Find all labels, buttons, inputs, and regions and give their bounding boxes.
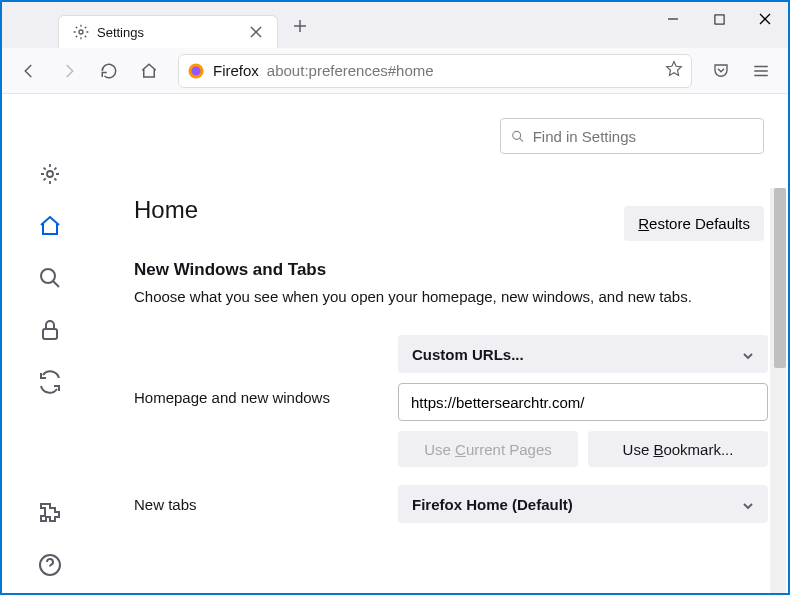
newtabs-label: New tabs bbox=[134, 496, 398, 513]
maximize-button[interactable] bbox=[696, 2, 742, 36]
svg-point-5 bbox=[41, 269, 55, 283]
settings-sidebar bbox=[2, 94, 98, 595]
settings-search[interactable] bbox=[500, 118, 764, 154]
close-window-button[interactable] bbox=[742, 2, 788, 36]
homepage-dropdown-value: Custom URLs... bbox=[412, 346, 524, 363]
app-menu-button[interactable] bbox=[744, 54, 778, 88]
svg-rect-6 bbox=[43, 329, 57, 339]
forward-button[interactable] bbox=[52, 54, 86, 88]
sidebar-search-icon[interactable] bbox=[38, 266, 62, 290]
svg-point-4 bbox=[47, 171, 53, 177]
chevron-down-icon bbox=[742, 348, 754, 360]
browser-tab[interactable]: Settings bbox=[58, 15, 278, 48]
svg-point-3 bbox=[192, 66, 201, 75]
svg-point-0 bbox=[79, 30, 83, 34]
sidebar-sync-icon[interactable] bbox=[38, 370, 62, 394]
settings-main: Home Restore Defaults New Windows and Ta… bbox=[98, 94, 788, 595]
window-controls bbox=[650, 2, 788, 36]
sidebar-general-icon[interactable] bbox=[38, 162, 62, 186]
section-description: Choose what you see when you open your h… bbox=[134, 288, 770, 305]
settings-search-input[interactable] bbox=[533, 128, 753, 145]
scrollbar-thumb[interactable] bbox=[774, 188, 786, 368]
sidebar-home-icon[interactable] bbox=[38, 214, 62, 238]
home-button[interactable] bbox=[132, 54, 166, 88]
sidebar-help-icon[interactable] bbox=[38, 553, 62, 577]
firefox-icon bbox=[187, 62, 205, 80]
use-bookmark-button[interactable]: Use Bookmark... bbox=[588, 431, 768, 467]
new-tab-button[interactable] bbox=[286, 12, 314, 40]
tab-title: Settings bbox=[97, 25, 241, 40]
sidebar-extensions-icon[interactable] bbox=[38, 501, 62, 525]
homepage-mode-dropdown[interactable]: Custom URLs... bbox=[398, 335, 768, 373]
newtabs-dropdown[interactable]: Firefox Home (Default) bbox=[398, 485, 768, 523]
sidebar-privacy-icon[interactable] bbox=[38, 318, 62, 342]
urlbar-product: Firefox bbox=[213, 62, 259, 79]
chevron-down-icon bbox=[742, 498, 754, 510]
svg-point-8 bbox=[513, 131, 521, 139]
toolbar: Firefox about:preferences#home bbox=[2, 48, 788, 94]
restore-defaults-button[interactable]: Restore Defaults bbox=[624, 206, 764, 241]
bookmark-star-icon[interactable] bbox=[665, 60, 683, 82]
svg-rect-1 bbox=[714, 14, 723, 23]
section-heading: New Windows and Tabs bbox=[134, 260, 770, 280]
minimize-button[interactable] bbox=[650, 2, 696, 36]
use-current-pages-button[interactable]: Use Current Pages bbox=[398, 431, 578, 467]
gear-icon bbox=[73, 24, 89, 40]
newtabs-dropdown-value: Firefox Home (Default) bbox=[412, 496, 573, 513]
back-button[interactable] bbox=[12, 54, 46, 88]
homepage-label: Homepage and new windows bbox=[134, 335, 398, 406]
homepage-url-input[interactable] bbox=[398, 383, 768, 421]
urlbar-url: about:preferences#home bbox=[267, 62, 434, 79]
magnify-icon bbox=[511, 129, 525, 144]
content-area: Home Restore Defaults New Windows and Ta… bbox=[2, 94, 788, 595]
titlebar: Settings bbox=[2, 2, 788, 48]
url-bar[interactable]: Firefox about:preferences#home bbox=[178, 54, 692, 88]
reload-button[interactable] bbox=[92, 54, 126, 88]
pocket-button[interactable] bbox=[704, 54, 738, 88]
close-tab-icon[interactable] bbox=[249, 25, 263, 39]
